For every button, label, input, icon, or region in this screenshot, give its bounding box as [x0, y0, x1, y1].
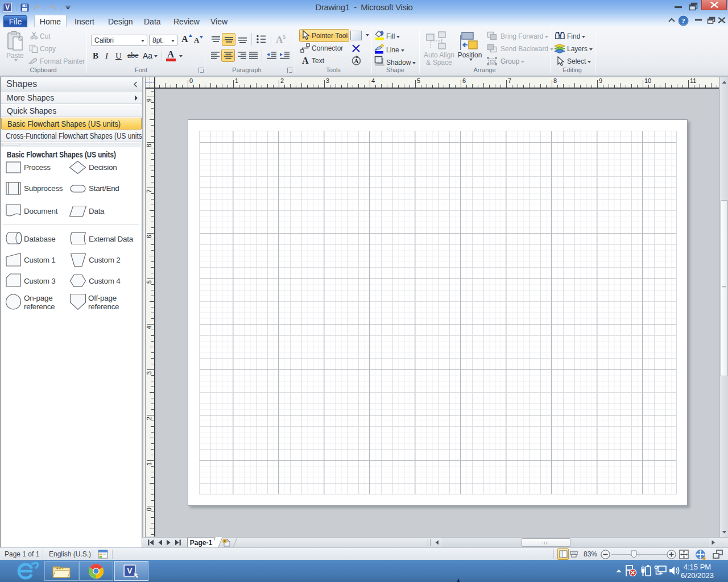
- svg-text:4: 4: [371, 77, 375, 84]
- svg-text:3: 3: [326, 77, 329, 84]
- svg-text:11: 11: [690, 77, 696, 84]
- svg-text:V: V: [127, 566, 133, 575]
- svg-text:5: 5: [146, 280, 152, 284]
- svg-text:10: 10: [644, 77, 651, 84]
- svg-text:2: 2: [280, 77, 284, 84]
- svg-text:0: 0: [146, 508, 152, 511]
- svg-text:8: 8: [553, 77, 557, 84]
- svg-text:9: 9: [599, 77, 602, 84]
- svg-text:6: 6: [146, 235, 152, 238]
- svg-text:6: 6: [462, 77, 466, 84]
- svg-text:A: A: [354, 57, 359, 64]
- svg-text:9: 9: [146, 98, 152, 102]
- svg-text:1: 1: [146, 462, 152, 465]
- svg-text:8: 8: [146, 144, 152, 147]
- svg-text:2: 2: [146, 417, 152, 420]
- svg-text:7: 7: [146, 189, 152, 193]
- svg-text:1: 1: [235, 77, 238, 84]
- svg-text:7: 7: [508, 77, 511, 84]
- svg-text:4: 4: [146, 326, 152, 329]
- svg-text:5: 5: [417, 77, 420, 84]
- svg-text:0: 0: [189, 77, 193, 84]
- svg-text:3: 3: [146, 371, 152, 375]
